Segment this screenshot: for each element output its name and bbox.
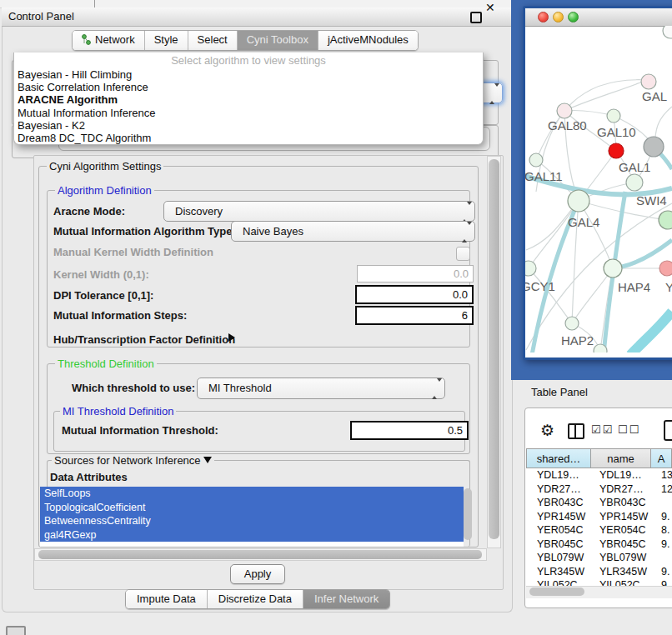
network-edge[interactable] — [630, 312, 672, 352]
apply-button[interactable]: Apply — [230, 564, 285, 584]
close-icon[interactable]: ✕ — [485, 1, 495, 14]
network-edge[interactable] — [529, 201, 579, 268]
network-node[interactable] — [594, 344, 607, 352]
network-canvas[interactable]: GALGAL80GAL10GAL1GAL11GAL4SWI4GCY1HAP4YH… — [525, 26, 672, 352]
dropdown-item[interactable]: ARACNE Algorithm — [18, 93, 479, 106]
column-header-name[interactable]: name — [590, 448, 650, 468]
collapse-down-icon[interactable] — [203, 457, 212, 463]
expand-right-icon[interactable] — [228, 333, 235, 342]
table-row[interactable]: YBR045CYBR045C9. — [526, 538, 672, 552]
gear-icon[interactable]: ⚙ — [540, 421, 554, 439]
table-cell: 8. — [650, 523, 672, 538]
mi-steps-label: Mutual Information Steps: — [53, 309, 187, 322]
bottom-tab-impute-data[interactable]: Impute Data — [126, 590, 208, 608]
mi-type-combobox[interactable]: Naive Bayes — [231, 221, 475, 242]
tab-jactivemnodules[interactable]: jActiveMNodules — [318, 31, 418, 50]
network-edge[interactable] — [564, 80, 647, 111]
network-node-gal11[interactable] — [529, 153, 543, 167]
attribute-list-item[interactable]: BetweennessCentrality — [40, 514, 464, 528]
tab-label: Style — [154, 33, 178, 46]
dropdown-item[interactable]: Basic Correlation Inference — [18, 81, 479, 93]
network-node-gal4[interactable] — [568, 190, 589, 212]
table-cell — [650, 496, 672, 510]
attribute-list-item[interactable]: gal4RGexp — [40, 528, 464, 542]
table-row[interactable]: YIL052CYIL052C9 — [526, 578, 672, 586]
network-tab-icon — [82, 34, 91, 45]
tab-select[interactable]: Select — [188, 31, 238, 50]
select-all-checkboxes-icon[interactable]: ☑☑ — [591, 423, 614, 436]
mi-threshold-group-title: MI Threshold Definition — [60, 405, 176, 418]
table-cell: YDR27… — [590, 482, 650, 497]
dpi-tolerance-field[interactable]: 0.0 — [355, 285, 474, 304]
top-strip-divider — [94, 0, 95, 8]
node-label: GAL1 — [619, 160, 650, 174]
control-panel-title: Control Panel — [8, 10, 74, 22]
dropdown-item[interactable]: Mutual Information Inference — [18, 107, 479, 119]
manual-kernel-label: Manual Kernel Width Definition — [53, 246, 213, 258]
network-node[interactable] — [609, 143, 624, 158]
table-row[interactable]: YDR27…YDR27…12 — [526, 482, 672, 497]
dropdown-item[interactable]: Bayesian - Hill Climbing — [18, 68, 479, 81]
mi-threshold-field[interactable]: 0.5 — [350, 421, 469, 440]
table-row[interactable]: YLR345WYLR345W9. — [526, 565, 672, 579]
table-hscrollbar-thumb[interactable] — [529, 588, 584, 596]
kernel-width-field[interactable]: 0.0 — [357, 265, 474, 282]
attribute-list-item[interactable]: SelfLoops — [40, 487, 464, 501]
network-window-titlebar[interactable] — [525, 8, 672, 27]
network-node-gal10[interactable] — [607, 109, 620, 122]
column-header-clipped[interactable]: A — [650, 448, 672, 468]
minimized-panel-icon[interactable] — [6, 626, 26, 635]
function-builder-icon[interactable] — [664, 420, 672, 441]
tab-label: Cyni Toolbox — [247, 33, 308, 46]
float-window-icon[interactable] — [470, 12, 482, 23]
node-label: GAL4 — [568, 215, 599, 229]
combo-stepper-icon — [462, 225, 469, 240]
settings-hscrollbar-thumb[interactable] — [38, 550, 482, 559]
column-header-shared-name[interactable]: shared… — [526, 448, 590, 468]
minimize-traffic-light-icon[interactable] — [553, 12, 564, 22]
network-node-gal1[interactable] — [626, 174, 643, 191]
tab-cyni-toolbox[interactable]: Cyni Toolbox — [238, 31, 318, 50]
network-node-hap2[interactable] — [565, 317, 579, 330]
network-node-gcy1[interactable] — [525, 261, 536, 276]
table-row[interactable]: YDL19…YDL19…13 — [526, 468, 672, 482]
network-node-hap4[interactable] — [604, 259, 622, 278]
tab-style[interactable]: Style — [145, 31, 188, 50]
dropdown-item[interactable]: Bayesian - K2 — [18, 119, 479, 132]
table-cell: YLR345W — [590, 565, 650, 579]
network-node-y[interactable] — [659, 261, 672, 276]
tab-network[interactable]: Network — [73, 31, 145, 50]
list-scrollbar-thumb[interactable] — [464, 488, 472, 540]
network-node-gal[interactable] — [641, 74, 656, 89]
table-cell: YBL079W — [526, 551, 590, 565]
table-cell: 12 — [650, 482, 672, 497]
which-threshold-value: MI Threshold — [208, 382, 272, 394]
node-label: GCY1 — [525, 279, 555, 293]
column-chooser-icon[interactable] — [568, 423, 584, 439]
network-node[interactable] — [644, 137, 664, 157]
zoom-traffic-light-icon[interactable] — [568, 12, 579, 22]
network-node[interactable] — [663, 26, 672, 38]
which-threshold-combobox[interactable]: MI Threshold — [197, 378, 445, 399]
node-label: HAP2 — [561, 333, 594, 348]
table-row[interactable]: YBR043CYBR043C — [526, 496, 672, 510]
deselect-all-checkboxes-icon[interactable]: ☐☐ — [618, 423, 640, 436]
table-row[interactable]: YPR145WYPR145W9. — [526, 510, 672, 524]
aracne-mode-combobox[interactable]: Discovery — [163, 201, 475, 222]
network-node-gal80[interactable] — [557, 103, 572, 118]
bottom-tab-infer-network[interactable]: Infer Network — [303, 590, 389, 608]
dropdown-item[interactable]: Dream8 DC_TDC Algorithm — [18, 132, 479, 144]
data-attributes-list[interactable]: SelfLoopsTopologicalCoefficientBetweenne… — [40, 487, 464, 547]
manual-kernel-checkbox[interactable] — [456, 247, 470, 261]
table-row[interactable]: YBL079WYBL079W — [526, 551, 672, 565]
close-traffic-light-icon[interactable] — [538, 12, 549, 22]
table-cell: YPR145W — [526, 510, 590, 524]
attribute-list-item[interactable]: TopologicalCoefficient — [40, 501, 464, 515]
bottom-tab-discretize-data[interactable]: Discretize Data — [208, 590, 303, 608]
mi-steps-field[interactable]: 6 — [355, 306, 474, 325]
settings-vscrollbar-thumb[interactable] — [489, 159, 499, 539]
network-node-swi4[interactable] — [659, 211, 672, 229]
table-row[interactable]: YER054CYER054C8. — [526, 523, 672, 538]
table-panel-title: Table Panel — [531, 386, 588, 398]
cyni-group-title: Cyni Algorithm Settings — [47, 160, 163, 172]
